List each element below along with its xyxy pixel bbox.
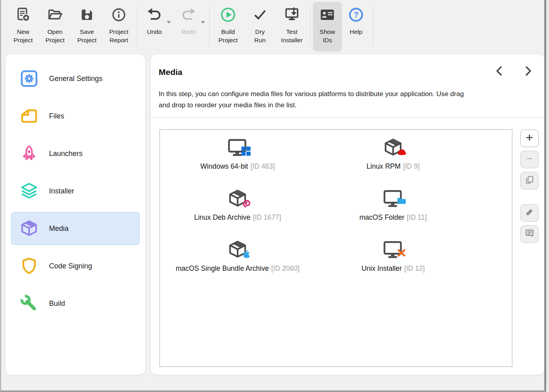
comment-icon [525,229,534,240]
test-installer-label: TestInstaller [281,28,303,44]
build-project-label: BuildProject [218,28,238,44]
sidebar-item-installer[interactable]: Installer [11,175,140,207]
sidebar-item-build[interactable]: Build [11,287,140,320]
apple-logo-badge [241,249,252,261]
show-ids-button[interactable]: ShowIDs [313,2,342,51]
show-ids-label: ShowIDs [320,28,335,44]
toolbar-separator [137,5,138,47]
redo-button[interactable]: Redo [174,2,203,51]
main-panel: Media In this step, you can configure me… [151,54,544,375]
media-item-label: Unix Installer [ID 12] [362,264,425,273]
edit-media-button[interactable] [520,204,539,222]
redo-label: Redo [181,28,196,36]
remove-media-button[interactable] [520,151,539,168]
folded-file-icon [20,106,39,126]
header-divider [151,117,544,118]
open-project-label: OpenProject [45,28,65,44]
sidebar-panel: General Settings Files [6,54,145,375]
dry-run-label: DryRun [254,28,266,44]
media-item-label: Linux RPM [ID 9] [366,162,419,171]
build-project-button[interactable]: BuildProject [212,2,244,51]
debian-swirl-badge [242,199,251,210]
help-label: Help [350,28,362,36]
monitor-folder-icon [383,189,403,209]
sidebar-item-label: Build [49,299,65,308]
pencil-icon [525,207,534,219]
page-title: Media [159,67,183,77]
box-debian-icon [227,189,248,209]
window-border-bottom [0,390,546,392]
copy-icon [525,175,534,186]
orange-x-badge [397,248,406,259]
toolbar-separator [310,5,311,47]
blue-folder-badge [396,196,407,208]
sidebar-item-code-signing[interactable]: Code Signing [11,250,140,282]
copy-media-button[interactable] [520,172,539,189]
play-circle-icon [220,5,236,24]
sidebar-item-label: General Settings [49,75,102,83]
minus-icon [525,154,534,165]
monitor-download-icon [284,5,300,24]
previous-step-button[interactable] [494,65,505,77]
comment-media-button[interactable] [520,225,539,243]
actions-spacer [520,193,539,201]
sidebar-item-media[interactable]: Media [11,212,140,245]
undo-dropdown-arrow[interactable] [167,21,171,24]
id-card-icon [319,5,335,24]
media-item-windows-64-bit[interactable]: Windows 64-bit [ID 463] [160,135,315,186]
svg-text:?: ? [354,10,358,19]
media-actions [520,130,539,243]
new-project-button[interactable]: NewProject [7,2,39,51]
help-button[interactable]: ? Help [342,2,370,51]
toolbar-separator [373,5,373,47]
next-step-button[interactable] [523,65,533,77]
toolbar-separator [209,5,210,47]
question-circle-icon: ? [348,5,364,24]
rocket-icon [20,144,39,163]
sidebar-item-label: Launchers [49,150,83,158]
save-project-button[interactable]: SaveProject [71,2,103,51]
application-window: NewProject OpenProject SaveProject [0,0,549,392]
dry-run-button[interactable]: DryRun [244,2,276,51]
floppy-disk-icon [79,5,95,24]
undo-arrow-icon [146,5,162,24]
monitor-x-icon [383,240,403,260]
media-item-label: macOS Single Bundle Archive [ID 2060] [176,264,300,273]
redo-dropdown-arrow[interactable] [201,21,205,24]
media-item-linux-rpm[interactable]: Linux RPM [ID 9] [315,135,471,186]
info-circle-icon [111,5,127,24]
plus-icon [525,133,534,144]
gear-square-icon [20,69,39,88]
project-report-button[interactable]: ProjectReport [103,2,135,51]
layers-icon [20,181,39,201]
media-list: Windows 64-bit [ID 463] [159,129,512,367]
media-item-unix-installer[interactable]: Unix Installer [ID 12] [315,237,471,288]
sidebar-item-label: Files [49,112,64,120]
media-item-macos-folder[interactable]: macOS Folder [ID 11] [315,186,471,237]
open-project-button[interactable]: OpenProject [39,2,71,51]
media-grid: Windows 64-bit [ID 463] [160,130,512,288]
windows-logo-badge [241,146,251,158]
sidebar-item-files[interactable]: Files [11,100,140,132]
new-project-icon [15,5,31,24]
undo-label: Undo [147,28,161,36]
wrench-icon [20,294,39,313]
monitor-windows-icon [227,138,248,158]
media-item-macos-single-bundle-archive[interactable]: macOS Single Bundle Archive [ID 2060] [160,237,315,288]
shield-icon [20,256,39,276]
window-border-right [544,0,546,392]
window-border-left [0,0,1,392]
test-installer-button[interactable]: TestInstaller [276,2,308,51]
media-item-linux-deb-archive[interactable]: Linux Deb Archive [ID 1677] [160,186,315,237]
sidebar-item-launchers[interactable]: Launchers [11,137,140,170]
sidebar-item-label: Code Signing [49,262,92,270]
checkmark-icon [252,5,268,24]
add-media-button[interactable] [520,130,539,147]
package-cube-icon [20,219,39,238]
box-redhat-icon [383,138,403,158]
toolbar: NewProject OpenProject SaveProject [1,0,376,56]
undo-button[interactable]: Undo [140,2,169,51]
media-item-label: Linux Deb Archive [ID 1677] [194,213,281,222]
new-project-label: NewProject [14,28,33,44]
sidebar-item-general-settings[interactable]: General Settings [11,62,140,95]
